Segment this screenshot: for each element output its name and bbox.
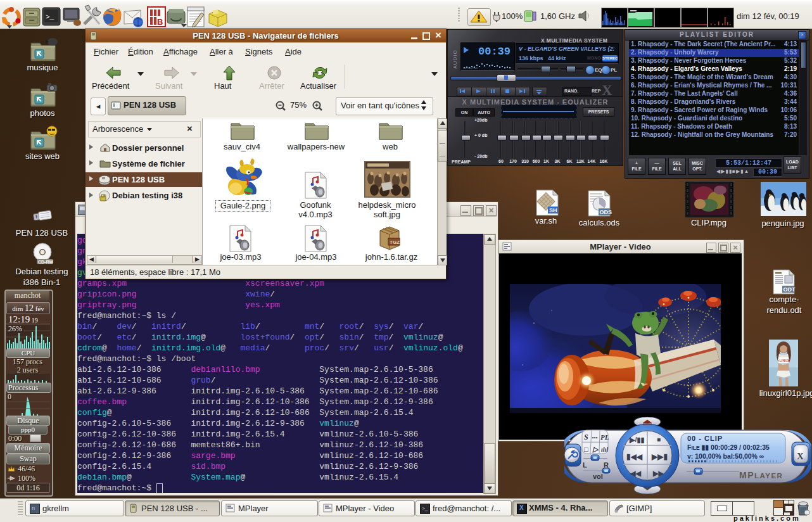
svg-text:MPLAYER: MPLAYER xyxy=(739,470,783,480)
svg-text:S: S xyxy=(584,433,588,442)
svg-text:ODS: ODS xyxy=(600,209,612,215)
svg-text:...: ... xyxy=(592,431,598,440)
svg-text:CD-RW: CD-RW xyxy=(38,260,53,264)
svg-text:FILE ▮▮ 00:00:29 / 00:02:35: FILE ▮▮ 00:00:29 / 00:02:35 xyxy=(687,443,770,451)
svg-text:L: L xyxy=(583,461,587,469)
svg-text:v: 100,00% bal:50,00% ∞: v: 100,00% bal:50,00% ∞ xyxy=(687,452,764,460)
svg-text:▷: ▷ xyxy=(592,445,599,453)
svg-text:□: □ xyxy=(584,445,588,453)
svg-text:00 - CLIP: 00 - CLIP xyxy=(687,435,723,442)
svg-text:▮◀◀: ▮◀◀ xyxy=(626,452,643,461)
svg-text:ılıl: ılıl xyxy=(601,446,608,453)
svg-text:>_: >_ xyxy=(46,13,54,21)
svg-text:▶▶: ▶▶ xyxy=(652,469,664,477)
svg-text:X: X xyxy=(797,451,804,461)
svg-text:SH: SH xyxy=(549,207,557,213)
svg-text:vol: vol xyxy=(593,473,603,480)
svg-text:ODT: ODT xyxy=(783,286,796,293)
svg-text:R: R xyxy=(604,461,609,469)
svg-text:PL: PL xyxy=(600,433,609,441)
svg-text:▶/▮▮: ▶/▮▮ xyxy=(629,436,645,443)
svg-text:TGZ: TGZ xyxy=(390,239,400,245)
svg-text:▶▶▮: ▶▶▮ xyxy=(651,452,668,461)
svg-text:LINUX: LINUX xyxy=(780,359,790,362)
svg-text:■: ■ xyxy=(657,436,661,443)
svg-text:◀◀: ◀◀ xyxy=(630,469,641,477)
svg-text:B: B xyxy=(157,17,163,27)
